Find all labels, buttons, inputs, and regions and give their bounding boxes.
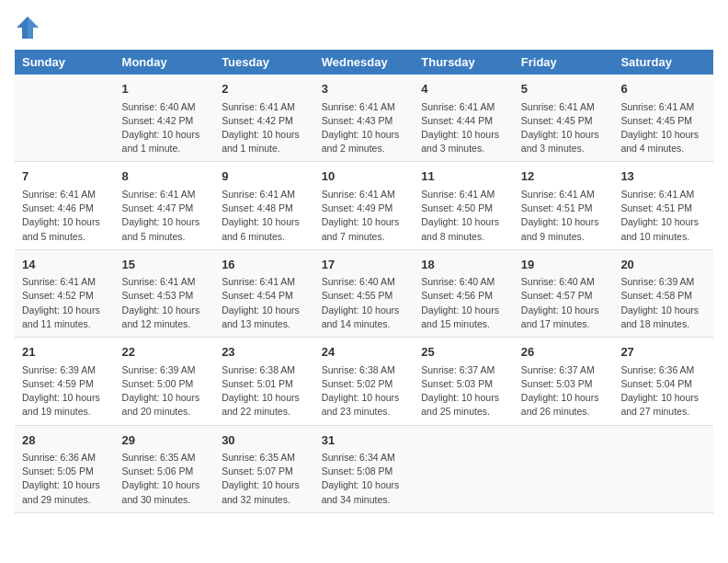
day-cell: 16Sunrise: 6:41 AM Sunset: 4:54 PM Dayli… [214,249,314,337]
day-number: 10 [322,167,407,186]
day-info: Sunrise: 6:41 AM Sunset: 4:49 PM Dayligh… [322,188,407,244]
day-number: 18 [421,256,506,274]
calendar-body: 1Sunrise: 6:40 AM Sunset: 4:42 PM Daylig… [15,75,713,512]
day-info: Sunrise: 6:41 AM Sunset: 4:43 PM Dayligh… [322,100,407,156]
day-cell: 31Sunrise: 6:34 AM Sunset: 5:08 PM Dayli… [314,425,415,512]
day-number: 13 [620,167,706,186]
day-header-saturday: Saturday [613,50,713,75]
day-info: Sunrise: 6:40 AM Sunset: 4:55 PM Dayligh… [322,275,407,331]
day-number: 16 [222,256,307,274]
day-number: 5 [521,80,607,98]
day-info: Sunrise: 6:40 AM Sunset: 4:57 PM Dayligh… [521,275,607,331]
day-cell [514,425,614,512]
day-cell: 15Sunrise: 6:41 AM Sunset: 4:53 PM Dayli… [115,249,215,337]
day-cell: 22Sunrise: 6:39 AM Sunset: 5:00 PM Dayli… [115,338,215,425]
day-cell: 7Sunrise: 6:41 AM Sunset: 4:46 PM Daylig… [15,162,115,249]
week-row-4: 21Sunrise: 6:39 AM Sunset: 4:59 PM Dayli… [15,338,713,425]
day-number: 7 [22,167,108,186]
day-cell: 9Sunrise: 6:41 AM Sunset: 4:48 PM Daylig… [214,162,314,249]
week-row-3: 14Sunrise: 6:41 AM Sunset: 4:52 PM Dayli… [15,249,713,337]
day-info: Sunrise: 6:41 AM Sunset: 4:51 PM Dayligh… [620,188,706,244]
day-number: 22 [122,343,208,362]
day-info: Sunrise: 6:41 AM Sunset: 4:54 PM Dayligh… [222,275,307,331]
day-number: 19 [521,256,607,274]
day-info: Sunrise: 6:39 AM Sunset: 5:00 PM Dayligh… [122,363,208,419]
week-row-2: 7Sunrise: 6:41 AM Sunset: 4:46 PM Daylig… [15,162,713,249]
day-number: 21 [22,343,108,362]
day-header-sunday: Sunday [15,50,115,75]
calendar-table: SundayMondayTuesdayWednesdayThursdayFrid… [15,50,713,513]
header-row: SundayMondayTuesdayWednesdayThursdayFrid… [15,50,713,75]
day-number: 29 [122,431,208,450]
week-row-1: 1Sunrise: 6:40 AM Sunset: 4:42 PM Daylig… [15,75,713,162]
day-cell: 12Sunrise: 6:41 AM Sunset: 4:51 PM Dayli… [514,162,614,249]
logo-icon [15,15,40,40]
day-cell: 4Sunrise: 6:41 AM Sunset: 4:44 PM Daylig… [414,75,514,162]
day-cell: 21Sunrise: 6:39 AM Sunset: 4:59 PM Dayli… [15,338,115,425]
day-header-monday: Monday [115,50,215,75]
day-info: Sunrise: 6:41 AM Sunset: 4:46 PM Dayligh… [22,188,108,244]
day-number: 14 [22,256,108,274]
day-info: Sunrise: 6:41 AM Sunset: 4:45 PM Dayligh… [620,100,706,156]
day-info: Sunrise: 6:37 AM Sunset: 5:03 PM Dayligh… [521,363,607,419]
day-number: 17 [322,256,407,274]
week-row-5: 28Sunrise: 6:36 AM Sunset: 5:05 PM Dayli… [15,425,713,512]
day-info: Sunrise: 6:38 AM Sunset: 5:01 PM Dayligh… [222,363,307,419]
day-info: Sunrise: 6:34 AM Sunset: 5:08 PM Dayligh… [322,451,407,507]
day-number: 3 [322,80,407,98]
day-cell: 5Sunrise: 6:41 AM Sunset: 4:45 PM Daylig… [514,75,614,162]
day-cell: 19Sunrise: 6:40 AM Sunset: 4:57 PM Dayli… [514,249,614,337]
day-info: Sunrise: 6:41 AM Sunset: 4:44 PM Dayligh… [421,100,506,156]
day-number: 25 [421,343,506,362]
day-cell: 20Sunrise: 6:39 AM Sunset: 4:58 PM Dayli… [613,249,713,337]
day-cell: 17Sunrise: 6:40 AM Sunset: 4:55 PM Dayli… [314,249,415,337]
day-number: 20 [620,256,706,274]
day-info: Sunrise: 6:35 AM Sunset: 5:06 PM Dayligh… [122,451,208,507]
day-info: Sunrise: 6:40 AM Sunset: 4:42 PM Dayligh… [122,100,208,156]
day-cell: 1Sunrise: 6:40 AM Sunset: 4:42 PM Daylig… [115,75,215,162]
day-header-thursday: Thursday [414,50,514,75]
day-cell: 25Sunrise: 6:37 AM Sunset: 5:03 PM Dayli… [414,338,514,425]
day-number: 12 [521,167,607,186]
day-cell: 6Sunrise: 6:41 AM Sunset: 4:45 PM Daylig… [613,75,713,162]
day-cell: 8Sunrise: 6:41 AM Sunset: 4:47 PM Daylig… [115,162,215,249]
day-info: Sunrise: 6:41 AM Sunset: 4:42 PM Dayligh… [222,100,307,156]
logo [15,15,44,40]
day-info: Sunrise: 6:41 AM Sunset: 4:50 PM Dayligh… [421,188,506,244]
day-cell [414,425,514,512]
day-info: Sunrise: 6:41 AM Sunset: 4:47 PM Dayligh… [122,188,208,244]
day-info: Sunrise: 6:36 AM Sunset: 5:05 PM Dayligh… [22,451,108,507]
day-number: 1 [122,80,208,98]
day-number: 23 [222,343,307,362]
day-number: 26 [521,343,607,362]
day-info: Sunrise: 6:38 AM Sunset: 5:02 PM Dayligh… [322,363,407,419]
day-cell: 11Sunrise: 6:41 AM Sunset: 4:50 PM Dayli… [414,162,514,249]
day-cell: 13Sunrise: 6:41 AM Sunset: 4:51 PM Dayli… [613,162,713,249]
day-cell: 27Sunrise: 6:36 AM Sunset: 5:04 PM Dayli… [613,338,713,425]
day-info: Sunrise: 6:41 AM Sunset: 4:51 PM Dayligh… [521,188,607,244]
day-cell: 14Sunrise: 6:41 AM Sunset: 4:52 PM Dayli… [15,249,115,337]
day-number: 2 [222,80,307,98]
day-cell: 18Sunrise: 6:40 AM Sunset: 4:56 PM Dayli… [414,249,514,337]
day-info: Sunrise: 6:39 AM Sunset: 4:58 PM Dayligh… [620,275,706,331]
day-cell: 23Sunrise: 6:38 AM Sunset: 5:01 PM Dayli… [214,338,314,425]
day-cell: 30Sunrise: 6:35 AM Sunset: 5:07 PM Dayli… [214,425,314,512]
day-info: Sunrise: 6:41 AM Sunset: 4:45 PM Dayligh… [521,100,607,156]
day-header-wednesday: Wednesday [314,50,415,75]
day-info: Sunrise: 6:41 AM Sunset: 4:53 PM Dayligh… [122,275,208,331]
day-info: Sunrise: 6:41 AM Sunset: 4:48 PM Dayligh… [222,188,307,244]
day-header-tuesday: Tuesday [214,50,314,75]
day-cell [15,75,115,162]
day-cell: 24Sunrise: 6:38 AM Sunset: 5:02 PM Dayli… [314,338,415,425]
day-info: Sunrise: 6:41 AM Sunset: 4:52 PM Dayligh… [22,275,108,331]
page-header [15,15,713,40]
day-cell: 28Sunrise: 6:36 AM Sunset: 5:05 PM Dayli… [15,425,115,512]
day-cell: 29Sunrise: 6:35 AM Sunset: 5:06 PM Dayli… [115,425,215,512]
day-number: 6 [620,80,706,98]
day-number: 8 [122,167,208,186]
calendar-header: SundayMondayTuesdayWednesdayThursdayFrid… [15,50,713,75]
day-info: Sunrise: 6:35 AM Sunset: 5:07 PM Dayligh… [222,451,307,507]
day-cell [613,425,713,512]
day-number: 11 [421,167,506,186]
day-number: 24 [322,343,407,362]
